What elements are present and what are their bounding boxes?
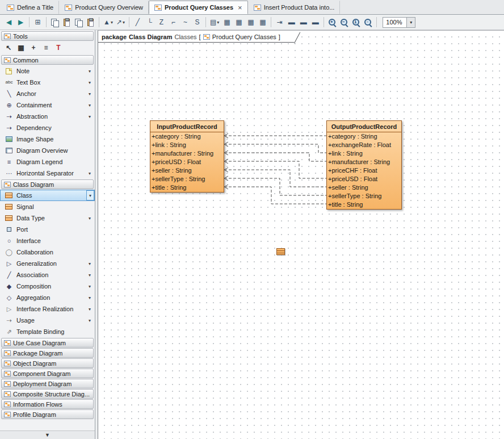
path-tools-button[interactable]: ↗▾ <box>115 16 127 28</box>
zoom-actual-button[interactable]: 1 <box>350 16 362 28</box>
zoom-fit-button[interactable]: ▫ <box>362 16 374 28</box>
palette-item-text-box[interactable]: abcText Box▾ <box>0 77 95 88</box>
insert-row-below-button[interactable]: ▦ <box>257 16 268 28</box>
insert-row-above-button[interactable]: ▦ <box>245 16 257 28</box>
palette-item-containment[interactable]: ⊕Containment▾ <box>0 99 95 111</box>
tab-product-query-overview[interactable]: Product Query Overview <box>59 1 149 14</box>
chevron-down-icon[interactable]: ▾ <box>89 261 93 266</box>
dependency-manufacturer[interactable] <box>224 153 326 161</box>
back-button[interactable]: ◀ <box>3 16 15 28</box>
palette-item-horizontal-separator[interactable]: ⋯Horizontal Separator▾ <box>0 168 95 179</box>
class-attribute[interactable]: +category : String <box>327 132 401 141</box>
corner-path-button[interactable]: ⌐ <box>167 16 179 28</box>
section-header-object-diagram[interactable]: Object Diagram <box>1 358 94 368</box>
palette-item-collaboration[interactable]: ◯Collaboration <box>0 246 95 258</box>
snap-button[interactable]: ⇥ <box>274 16 285 28</box>
palette-item-association[interactable]: ╱Association▾ <box>0 269 95 281</box>
section-header-deployment-diagram[interactable]: Deployment Diagram <box>1 379 94 388</box>
section-header-component-diagram[interactable]: Component Diagram <box>1 369 94 378</box>
section-header-tools[interactable]: Tools <box>1 31 94 41</box>
rectilinear-path-button[interactable]: └ <box>144 16 156 28</box>
insert-column-right-button[interactable]: ▦ <box>233 16 245 28</box>
tool-separator-tool[interactable]: ≡ <box>40 43 52 53</box>
tab-product-query-classes[interactable]: Product Query Classes× <box>149 1 248 14</box>
class-attribute[interactable]: +link : String <box>150 141 224 149</box>
align-left-button[interactable]: ▬ <box>285 16 297 28</box>
frame-diagram-name[interactable]: Product Query Classes <box>212 34 276 40</box>
class-attribute[interactable]: +priceUSD : Float <box>327 175 401 183</box>
class-attribute[interactable]: +title : String <box>327 200 401 209</box>
section-header-use-case-diagram[interactable]: Use Case Diagram <box>1 338 94 348</box>
zoom-level-select[interactable]: 100% ▾ <box>383 17 415 28</box>
class-attribute[interactable]: +manufacturer : String <box>150 149 224 158</box>
align-center-button[interactable]: ▬ <box>297 16 309 28</box>
section-header-profile-diagram[interactable]: Profile Diagram <box>1 409 94 419</box>
palette-item-template-binding[interactable]: ⇗Template Binding <box>0 326 95 337</box>
tab-insert-product-data-into[interactable]: Insert Product Data into... <box>248 1 341 14</box>
chevron-down-icon[interactable]: ▾ <box>89 171 93 176</box>
palette-item-diagram-legend[interactable]: ≡Diagram Legend <box>0 156 95 168</box>
chevron-down-icon[interactable]: ▾ <box>406 18 415 27</box>
section-header-package-diagram[interactable]: Package Diagram <box>1 348 94 358</box>
class-attribute[interactable]: +sellerType : String <box>150 175 224 183</box>
class-InputProductRecord[interactable]: InputProductRecord+category : String+lin… <box>150 120 224 193</box>
tool-text-tool[interactable]: T <box>53 43 64 53</box>
palette-item-abstraction[interactable]: ⇢Abstraction▾ <box>0 111 95 122</box>
tool-table-tool[interactable]: ▦ <box>15 43 27 53</box>
align-right-button[interactable]: ▬ <box>309 16 321 28</box>
dependency-link[interactable] <box>224 144 326 153</box>
forward-button[interactable]: ▶ <box>15 16 27 28</box>
class-attribute[interactable]: +priceUSD : Float <box>150 158 224 166</box>
chevron-down-icon[interactable]: ▾ <box>89 103 93 108</box>
class-attribute[interactable]: +category : String <box>150 132 224 141</box>
section-header-information-flows[interactable]: Information Flows <box>1 399 94 409</box>
dependency-title[interactable] <box>224 187 326 204</box>
palette-item-class[interactable]: Class▾ <box>0 190 95 201</box>
tool-select-tool[interactable]: ↖ <box>3 43 14 53</box>
palette-item-interface[interactable]: ○Interface <box>0 235 95 246</box>
oblique-path-button[interactable]: ╱ <box>132 16 144 28</box>
swimlane-button[interactable]: ▤▾ <box>208 16 221 28</box>
class-attribute[interactable]: +link : String <box>327 149 401 158</box>
palette-item-usage[interactable]: ⇢Usage▾ <box>0 315 95 326</box>
chevron-down-icon[interactable]: ▾ <box>89 69 93 74</box>
insert-column-left-button[interactable]: ▦ <box>221 16 233 28</box>
paste-with-data-button[interactable] <box>85 16 96 28</box>
class-attribute[interactable]: +exchangeRate : Float <box>327 141 401 149</box>
chevron-down-icon[interactable]: ▾ <box>89 318 93 323</box>
palette-item-signal[interactable]: Signal <box>0 201 95 212</box>
tab-define-a-title[interactable]: Define a Title <box>1 1 59 14</box>
chevron-down-icon[interactable]: ▾ <box>89 91 93 97</box>
shape-tools-button[interactable]: ▲▾ <box>102 16 115 28</box>
class-attribute[interactable]: +seller : String <box>150 166 224 175</box>
section-header-common[interactable]: Common <box>1 55 94 65</box>
class-attribute[interactable]: +title : String <box>150 183 224 192</box>
tool-stamp-tool[interactable]: + <box>28 43 39 53</box>
palette-item-generalization[interactable]: ▷Generalization▾ <box>0 258 95 269</box>
small-class-shape[interactable] <box>276 248 285 255</box>
chevron-down-icon[interactable]: ▾ <box>89 273 93 278</box>
class-attribute[interactable]: +seller : String <box>327 183 401 192</box>
chevron-down-icon[interactable]: ▾ <box>89 295 93 300</box>
containment-tree-button[interactable]: ⊞ <box>32 16 44 28</box>
class-attribute[interactable]: +priceCHF : Float <box>327 166 401 175</box>
section-header-class-diagram[interactable]: Class Diagram <box>1 179 94 189</box>
palette-item-composition[interactable]: ◆Composition▾ <box>0 281 95 292</box>
palette-item-aggregation[interactable]: ◇Aggregation▾ <box>0 292 95 303</box>
class-attribute[interactable]: +sellerType : String <box>327 192 401 200</box>
class-OutputProductRecord[interactable]: OutputProductRecord+category : String+ex… <box>326 120 402 210</box>
palette-item-anchor[interactable]: ╲Anchor▾ <box>0 88 95 99</box>
palette-item-data-type[interactable]: Data Type▾ <box>0 212 95 224</box>
palette-scroll-down-button[interactable]: ▼ <box>0 430 95 439</box>
section-header-composite-structure-diag[interactable]: Composite Structure Diag... <box>1 389 94 399</box>
palette-item-interface-realization[interactable]: ▷Interface Realization▾ <box>0 303 95 315</box>
class-attribute[interactable]: +manufacturer : String <box>327 158 401 166</box>
chevron-down-icon[interactable]: ▾ <box>89 80 93 85</box>
spline-path-button[interactable]: S <box>191 16 203 28</box>
palette-item-note[interactable]: Note▾ <box>0 65 95 77</box>
zoom-in-button[interactable]: + <box>326 16 338 28</box>
chevron-down-icon[interactable]: ▾ <box>89 114 93 119</box>
chevron-down-icon[interactable]: ▾ <box>89 216 93 221</box>
zoom-out-button[interactable]: − <box>338 16 350 28</box>
palette-item-diagram-overview[interactable]: Diagram Overview <box>0 145 95 156</box>
